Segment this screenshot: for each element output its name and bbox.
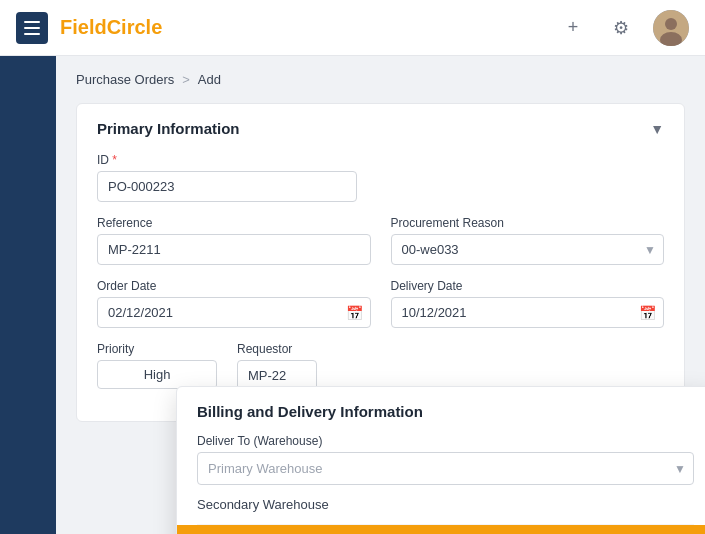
billing-delivery-dropdown: Billing and Delivery Information Deliver… (176, 386, 705, 534)
requestor-group: Requestor (237, 342, 337, 391)
procurement-reason-group: Procurement Reason 00-we033 ▼ (391, 216, 665, 265)
collapse-button[interactable]: ▼ (650, 121, 664, 137)
layout: Purchase Orders > Add Primary Informatio… (0, 56, 705, 534)
priority-requestor-row: Priority High Requestor (97, 342, 664, 391)
card-header: Primary Information ▼ (97, 120, 664, 137)
main-content: Purchase Orders > Add Primary Informatio… (56, 56, 705, 534)
logo-suffix: Circle (107, 16, 163, 38)
warehouse-option-secondary[interactable]: Secondary Warehouse (197, 485, 694, 525)
nav-actions: + ⚙ (557, 10, 689, 46)
delivery-date-input[interactable] (391, 297, 665, 328)
order-date-input[interactable] (97, 297, 371, 328)
id-group: ID * (97, 153, 357, 202)
order-date-wrap: 📅 (97, 297, 371, 328)
logo-prefix: Field (60, 16, 107, 38)
breadcrumb-parent[interactable]: Purchase Orders (76, 72, 174, 87)
procurement-reason-select[interactable]: 00-we033 (391, 234, 665, 265)
svg-point-1 (665, 18, 677, 30)
settings-button[interactable]: ⚙ (605, 12, 637, 44)
reference-group: Reference (97, 216, 371, 265)
breadcrumb-current: Add (198, 72, 221, 87)
warehouse-select[interactable]: Select Warehouse Secondary Warehouse Pri… (197, 452, 694, 485)
procurement-reason-label: Procurement Reason (391, 216, 665, 230)
warehouse-select-wrap: Select Warehouse Secondary Warehouse Pri… (197, 452, 694, 485)
order-date-group: Order Date 📅 (97, 279, 371, 328)
delivery-date-group: Delivery Date 📅 (391, 279, 665, 328)
card-title: Primary Information (97, 120, 240, 137)
billing-delivery-title: Billing and Delivery Information (197, 403, 694, 420)
dates-row: Order Date 📅 Delivery Date 📅 (97, 279, 664, 328)
sidebar (0, 56, 56, 534)
hamburger-button[interactable] (16, 12, 48, 44)
warehouse-dropdown-list: Secondary Warehouse Primary Warehouse (197, 485, 694, 534)
id-row: ID * (97, 153, 664, 202)
order-date-label: Order Date (97, 279, 371, 293)
deliver-to-label: Deliver To (Warehouse) (197, 434, 694, 448)
priority-button[interactable]: High (97, 360, 217, 389)
requestor-label: Requestor (237, 342, 337, 356)
avatar[interactable] (653, 10, 689, 46)
breadcrumb-separator: > (182, 72, 190, 87)
app-logo: FieldCircle (60, 16, 557, 39)
warehouse-option-primary[interactable]: Primary Warehouse (177, 525, 705, 534)
breadcrumb: Purchase Orders > Add (76, 72, 685, 87)
reference-label: Reference (97, 216, 371, 230)
delivery-date-label: Delivery Date (391, 279, 665, 293)
topnav: FieldCircle + ⚙ (0, 0, 705, 56)
id-label: ID * (97, 153, 357, 167)
delivery-date-wrap: 📅 (391, 297, 665, 328)
procurement-reason-select-wrap: 00-we033 ▼ (391, 234, 665, 265)
reference-input[interactable] (97, 234, 371, 265)
priority-group: Priority High (97, 342, 217, 391)
id-input[interactable] (97, 171, 357, 202)
priority-label: Priority (97, 342, 217, 356)
primary-information-card: Primary Information ▼ ID * Reference (76, 103, 685, 422)
reference-procurement-row: Reference Procurement Reason 00-we033 ▼ (97, 216, 664, 265)
add-button[interactable]: + (557, 12, 589, 44)
